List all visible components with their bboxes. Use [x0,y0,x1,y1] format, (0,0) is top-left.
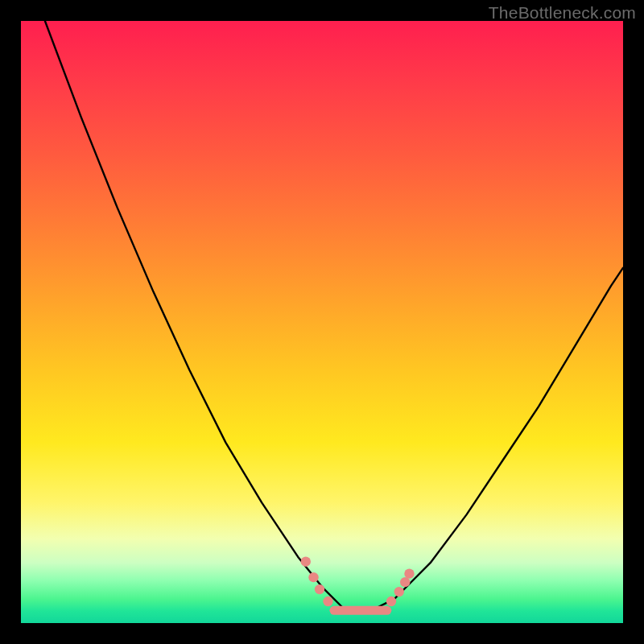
chart-stage: TheBottleneck.com [0,0,644,644]
svg-point-8 [404,568,414,578]
svg-point-2 [308,572,318,582]
plot-area [21,21,623,623]
svg-point-5 [386,597,396,606]
svg-point-4 [323,597,332,606]
svg-point-6 [394,587,404,597]
svg-point-1 [301,557,311,567]
bottleneck-curve [21,21,623,623]
watermark-text: TheBottleneck.com [489,3,636,23]
svg-point-3 [315,584,324,594]
